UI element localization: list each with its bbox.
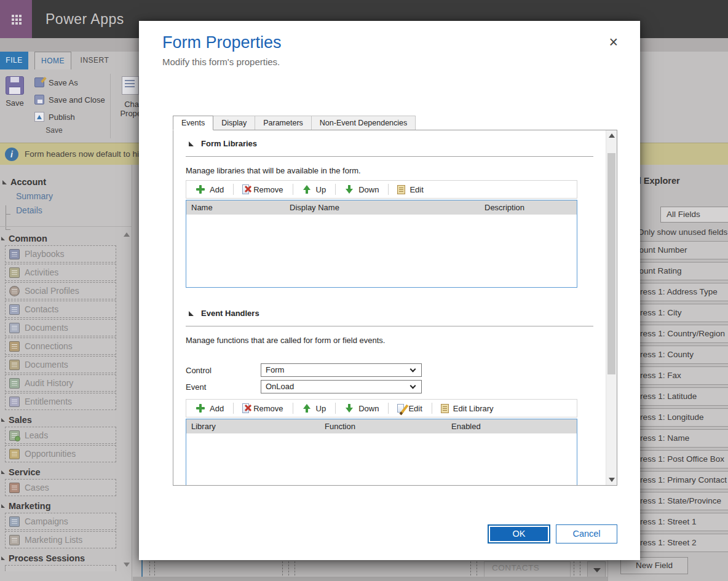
- sidebar-nav-item[interactable]: Entitlements: [5, 393, 116, 410]
- leads-icon: [9, 430, 20, 441]
- cancel-button[interactable]: Cancel: [556, 524, 617, 543]
- toolbar-button[interactable]: Add: [186, 400, 233, 417]
- opportunities-icon: [9, 449, 20, 459]
- column-header-function[interactable]: Function: [320, 422, 446, 431]
- up-icon: [302, 403, 312, 413]
- column-header-display-name[interactable]: Display Name: [285, 203, 480, 212]
- sidebar-nav-item[interactable]: Connections: [5, 338, 116, 355]
- chevron-down-icon: [410, 383, 416, 389]
- form-tree: Account Summary Details: [0, 177, 132, 215]
- marketing-lists-icon: [9, 535, 20, 545]
- section-header-service[interactable]: Service: [0, 465, 118, 479]
- column-header-enabled[interactable]: Enabled: [446, 422, 577, 431]
- collapse-triangle-icon: [2, 180, 7, 184]
- tab-display[interactable]: Display: [213, 116, 255, 130]
- collapse-triangle-icon: [1, 556, 5, 560]
- sidebar-nav-item[interactable]: Contacts: [5, 301, 116, 318]
- toolbar-button[interactable]: Up: [293, 181, 336, 198]
- column-header-name[interactable]: Name: [186, 203, 285, 212]
- ribbon-tab-home[interactable]: HOME: [34, 52, 71, 69]
- edit-pencil-icon: [397, 404, 404, 413]
- events-tab-panel: Form Libraries Manage libraries that wil…: [173, 130, 617, 486]
- sidebar-nav-item[interactable]: Audit History: [5, 374, 116, 392]
- tree-item-summary[interactable]: Summary: [16, 191, 132, 201]
- toolbar-button[interactable]: Down: [335, 400, 388, 417]
- scroll-up-icon[interactable]: [124, 232, 130, 237]
- sidebar-nav-item[interactable]: Social Profiles: [5, 282, 116, 299]
- collapse-triangle-icon: [1, 470, 5, 474]
- save-floppy-icon: [6, 76, 24, 95]
- column-header-library[interactable]: Library: [186, 422, 320, 431]
- info-icon: i: [5, 148, 18, 161]
- dialog-scrollbar[interactable]: [606, 130, 617, 485]
- ribbon-separator: [110, 74, 111, 138]
- scroll-up-icon[interactable]: [606, 130, 617, 141]
- scroll-down-icon[interactable]: [124, 563, 130, 567]
- dialog-title: Form Properties: [162, 33, 282, 52]
- sidebar-nav-item[interactable]: Marketing Lists: [5, 531, 116, 548]
- ok-button[interactable]: OK: [488, 524, 550, 543]
- form-libraries-header[interactable]: Form Libraries: [186, 139, 595, 148]
- sidebar-nav-item[interactable]: Playbooks: [5, 245, 116, 263]
- section-header-process-sessions[interactable]: Process Sessions: [0, 551, 118, 565]
- ribbon-group-label: Save: [0, 126, 108, 135]
- sidebar-nav-item[interactable]: Opportunities: [5, 445, 116, 462]
- tab-non-event-dependencies[interactable]: Non-Event Dependencies: [312, 116, 416, 130]
- remove-icon: [242, 184, 249, 194]
- toolbar-button[interactable]: Edit: [388, 400, 431, 417]
- toolbar-button[interactable]: Edit Library: [432, 400, 503, 417]
- form-libraries-table: Name Display Name Description: [186, 200, 577, 288]
- tree-item-details[interactable]: Details: [16, 205, 132, 215]
- app-launcher-button[interactable]: [0, 0, 32, 38]
- event-handlers-toolbar: Add Remove Up Down Edit Edit Library: [186, 399, 577, 417]
- tab-parameters[interactable]: Parameters: [255, 116, 312, 130]
- sidebar-nav-item[interactable]: Cases: [5, 479, 116, 496]
- ribbon-menu-item[interactable]: Save and Close: [34, 91, 114, 108]
- toolbar-button[interactable]: Remove: [233, 181, 292, 198]
- save-close-icon: [34, 95, 44, 105]
- canvas-horizontal-scrollbar[interactable]: [133, 577, 607, 581]
- connections-icon: [9, 341, 20, 352]
- toolbar-button[interactable]: Down: [335, 181, 388, 198]
- sidebar-nav-item[interactable]: Documents: [5, 319, 116, 336]
- ribbon-tab-insert[interactable]: INSERT: [73, 52, 117, 69]
- toolbar-button[interactable]: Edit: [388, 181, 432, 198]
- toolbar-button[interactable]: Remove: [233, 400, 292, 417]
- social-profiles-icon: [9, 286, 20, 296]
- app-launcher-grid-icon: [12, 15, 14, 17]
- event-dropdown[interactable]: OnLoad: [261, 380, 422, 393]
- control-dropdown[interactable]: Form: [261, 363, 422, 377]
- sidebar-nav-item[interactable]: Campaigns: [5, 513, 116, 530]
- sidebar-nav-item[interactable]: Leads: [5, 427, 116, 444]
- ribbon-menu-item[interactable]: Save As: [34, 74, 114, 91]
- scrollbar-thumb[interactable]: [607, 153, 615, 374]
- dialog-footer: OK Cancel: [139, 520, 640, 560]
- form-libraries-table-body[interactable]: [186, 215, 577, 287]
- event-handlers-header[interactable]: Event Handlers: [186, 309, 595, 318]
- tab-events[interactable]: Events: [173, 116, 213, 130]
- sidebar-nav-item[interactable]: Documents: [5, 356, 116, 373]
- up-icon: [302, 184, 312, 194]
- tree-root-account[interactable]: Account: [0, 177, 132, 187]
- sidebar-divider: [0, 226, 132, 227]
- toolbar-button[interactable]: Add: [186, 181, 233, 198]
- section-header-common[interactable]: Common: [0, 232, 118, 245]
- canvas-dropdown-button[interactable]: [587, 561, 606, 577]
- save-button[interactable]: Save: [1, 74, 28, 116]
- field-filter-dropdown[interactable]: All Fields: [660, 207, 728, 223]
- control-row: Control Form: [186, 363, 595, 377]
- audit-history-icon: [9, 378, 20, 389]
- ribbon-menu-item[interactable]: Publish: [34, 108, 114, 125]
- dialog-subtitle: Modify this form's properties.: [162, 57, 280, 67]
- toolbar-button[interactable]: Up: [293, 400, 336, 417]
- section-header-sales[interactable]: Sales: [0, 413, 118, 427]
- sidebar-nav-item[interactable]: Activities: [5, 264, 116, 281]
- section-header-marketing[interactable]: Marketing: [0, 499, 118, 513]
- ribbon-save-menu: Save As Save and Close Publish: [34, 74, 114, 125]
- column-header-description[interactable]: Description: [480, 203, 577, 212]
- sidebar-scrollbar[interactable]: [122, 230, 130, 578]
- ribbon-tab-file[interactable]: FILE: [0, 52, 28, 69]
- scroll-down-icon[interactable]: [606, 475, 617, 485]
- event-handlers-table-body[interactable]: [186, 433, 577, 486]
- close-icon[interactable]: ×: [609, 34, 618, 50]
